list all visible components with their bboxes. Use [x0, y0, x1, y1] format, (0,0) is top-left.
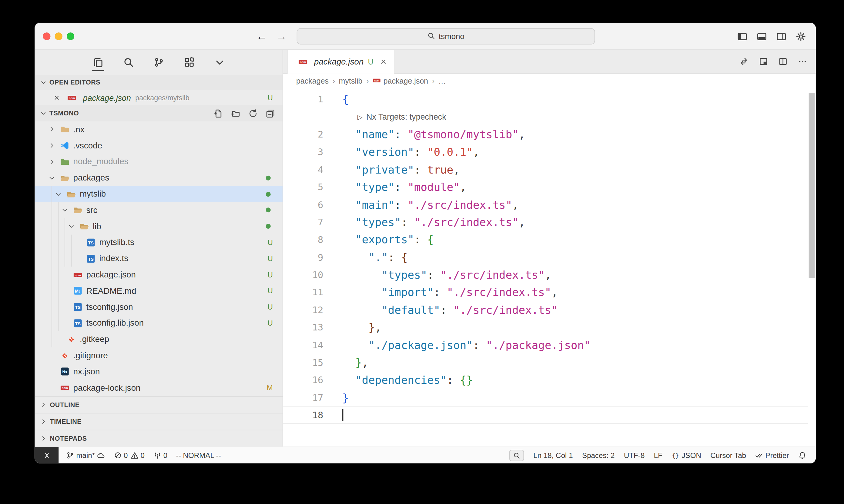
- code-editor[interactable]: 1{▷Nx Targets: typecheck2 "name": "@tsmo…: [283, 87, 816, 447]
- breadcrumb-item[interactable]: packages: [296, 76, 329, 85]
- sidebar-section-outline[interactable]: OUTLINE: [35, 396, 283, 413]
- indent-guide: [58, 202, 58, 331]
- sidebar-section-notepads[interactable]: NOTEPADS: [35, 430, 283, 447]
- breadcrumb-item[interactable]: …: [438, 76, 446, 85]
- code-line-10[interactable]: 10 "types": "./src/index.ts",: [283, 266, 808, 284]
- code-line-15[interactable]: 15 },: [283, 354, 808, 371]
- tree-item-.nx[interactable]: .nx: [35, 122, 283, 138]
- status-language-mode[interactable]: {}JSON: [672, 451, 701, 460]
- chevron-right-icon: [46, 142, 57, 149]
- layout-panel-icon[interactable]: [757, 31, 767, 41]
- command-center-search[interactable]: tsmono: [297, 28, 595, 44]
- code-line-8[interactable]: 8 "exports": {: [283, 231, 808, 248]
- open-changes-button[interactable]: [739, 57, 748, 66]
- ts-icon: TS: [84, 254, 98, 263]
- tab-package-json[interactable]: npm package.json U: [288, 50, 394, 74]
- layout-sidebar-right-icon[interactable]: [776, 31, 787, 41]
- code-line-9[interactable]: 9 ".": {: [283, 248, 808, 266]
- code-line-5[interactable]: 5 "type": "module",: [283, 178, 808, 196]
- minimize-window-button[interactable]: [55, 32, 63, 40]
- code-text: ".": {: [323, 251, 408, 264]
- code-line-7[interactable]: 7 "types": "./src/index.ts",: [283, 213, 808, 231]
- tree-item-README.md[interactable]: M↓README.mdU: [35, 283, 283, 299]
- titlebar[interactable]: ← → tsmono: [35, 23, 816, 50]
- tree-item-nx.json[interactable]: Nxnx.json: [35, 363, 283, 379]
- status-git-branch[interactable]: main*: [66, 451, 105, 460]
- status-cursor-position[interactable]: Ln 18, Col 1: [533, 451, 573, 460]
- code-line-16[interactable]: 16 "dependencies": {}: [283, 371, 808, 389]
- codelens-nx-targets[interactable]: ▷Nx Targets: typecheck: [358, 112, 446, 122]
- line-number: 1: [283, 94, 323, 105]
- tree-item-lib[interactable]: lib: [35, 218, 283, 234]
- status-encoding[interactable]: UTF-8: [624, 451, 644, 460]
- code-line-14[interactable]: 14 "./package.json": "./package.json": [283, 336, 808, 354]
- breadcrumb-item[interactable]: mytslib: [339, 76, 363, 85]
- status-problems[interactable]: 00: [114, 451, 144, 460]
- history-back-button[interactable]: ←: [256, 30, 268, 43]
- tree-item-.gitignore[interactable]: .gitignore: [35, 347, 283, 363]
- tree-item-package.json[interactable]: npmpackage.jsonU: [35, 267, 283, 283]
- code-text: "private": true,: [323, 163, 460, 176]
- status-remote-indicator[interactable]: [35, 447, 59, 463]
- indent-guide: [71, 235, 71, 267]
- git-status-badge: U: [268, 255, 273, 263]
- history-forward-button[interactable]: →: [276, 30, 287, 43]
- tree-item-mytslib.ts[interactable]: TSmytslib.tsU: [35, 234, 283, 251]
- source-control-icon[interactable]: [152, 53, 166, 71]
- status-cursor-tab[interactable]: Cursor Tab: [710, 451, 746, 460]
- code-line-2[interactable]: 2 "name": "@tsmono/mytslib",: [283, 126, 808, 143]
- code-line-17[interactable]: 17}: [283, 389, 808, 407]
- code-line-6[interactable]: 6 "main": "./src/index.ts",: [283, 196, 808, 214]
- status-ports[interactable]: 0: [153, 451, 168, 460]
- tree-item-package-lock.json[interactable]: npmpackage-lock.jsonM: [35, 380, 283, 396]
- sidebar-section-timeline[interactable]: TIMELINE: [35, 413, 283, 430]
- tree-item-.gitkeep[interactable]: .gitkeep: [35, 331, 283, 347]
- open-editors-header[interactable]: OPEN EDITORS: [35, 75, 283, 90]
- status-notifications[interactable]: [798, 451, 806, 459]
- code-line-18[interactable]: 18: [283, 407, 808, 424]
- search-icon[interactable]: [121, 53, 136, 71]
- more-chevron-icon[interactable]: [212, 53, 226, 71]
- split-editor-button[interactable]: [778, 57, 788, 66]
- status-formatter[interactable]: Prettier: [755, 451, 789, 460]
- workbench: OPEN EDITORS npm package.json packages/m…: [35, 50, 816, 447]
- status-eol[interactable]: LF: [654, 451, 662, 460]
- more-button[interactable]: [798, 57, 807, 66]
- npm-icon: npm: [296, 57, 310, 66]
- tree-item-node_modules[interactable]: node_modules: [35, 154, 283, 169]
- close-icon[interactable]: [53, 94, 60, 101]
- tree-item-index.ts[interactable]: TSindex.tsU: [35, 251, 283, 267]
- tree-item-src[interactable]: src: [35, 202, 283, 218]
- code-line-11[interactable]: 11 "import": "./src/index.ts",: [283, 284, 808, 301]
- line-number: 9: [283, 252, 323, 263]
- tree-item-.vscode[interactable]: .vscode: [35, 138, 283, 154]
- breadcrumb-item[interactable]: npmpackage.json: [373, 76, 428, 85]
- status-zoom-control[interactable]: [510, 449, 524, 461]
- new-folder-button[interactable]: [231, 109, 240, 118]
- close-icon[interactable]: [380, 58, 387, 66]
- tree-item-tsconfig.lib.json[interactable]: TStsconfig.lib.jsonU: [35, 315, 283, 331]
- code-line-1[interactable]: 1{: [283, 91, 808, 108]
- tree-item-mytslib[interactable]: mytslib: [35, 186, 283, 202]
- tree-item-tsconfig.json[interactable]: TStsconfig.jsonU: [35, 299, 283, 315]
- code-line-13[interactable]: 13 },: [283, 319, 808, 336]
- status-vim-mode[interactable]: -- NORMAL --: [176, 451, 221, 460]
- code-line-3[interactable]: 3 "version": "0.0.1",: [283, 143, 808, 161]
- refresh-button[interactable]: [248, 109, 257, 118]
- close-window-button[interactable]: [43, 32, 50, 40]
- open-editor-item[interactable]: npm package.json packages/mytslib U: [35, 90, 283, 105]
- settings-gear-icon[interactable]: [796, 31, 806, 41]
- code-line-4[interactable]: 4 "private": true,: [283, 161, 808, 178]
- explorer-icon[interactable]: [91, 53, 105, 71]
- explorer-header[interactable]: TSMONO: [35, 105, 283, 122]
- status-indentation[interactable]: Spaces: 2: [582, 451, 615, 460]
- code-line-12[interactable]: 12 "default": "./src/index.ts": [283, 301, 808, 319]
- new-file-button[interactable]: [214, 109, 223, 118]
- open-preview-button[interactable]: [759, 57, 768, 66]
- scrollbar-thumb[interactable]: [809, 93, 815, 278]
- zoom-window-button[interactable]: [67, 32, 74, 40]
- layout-sidebar-left-icon[interactable]: [737, 31, 747, 41]
- extensions-icon[interactable]: [182, 53, 196, 71]
- collapse-all-button[interactable]: [266, 109, 275, 118]
- tree-item-packages[interactable]: packages: [35, 170, 283, 186]
